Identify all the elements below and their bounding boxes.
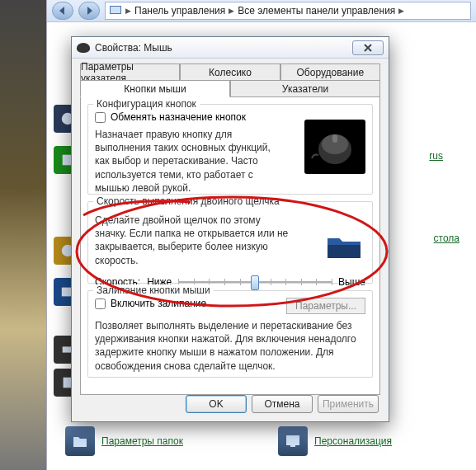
- apply-button: Применить: [318, 395, 379, 413]
- cp-item-label: Персонализация: [314, 435, 392, 447]
- desktop-background: ▶ Панель управления ▶ Все элементы панел…: [0, 0, 476, 470]
- close-button[interactable]: [352, 40, 384, 55]
- folder-test-icon[interactable]: [324, 228, 364, 261]
- tab-panel: Конфигурация кнопок Обменять назначение …: [80, 96, 380, 395]
- tab-row-top: Параметры указателя Колесико Оборудовани…: [80, 63, 380, 96]
- ok-button[interactable]: OK: [186, 395, 247, 413]
- cp-item-personalization[interactable]: Персонализация: [278, 426, 392, 456]
- svg-rect-1: [111, 7, 120, 13]
- dialog-titlebar[interactable]: Свойства: Мышь: [72, 37, 389, 59]
- crumb-2[interactable]: Все элементы панели управления: [238, 5, 395, 16]
- mouse-preview-image: [304, 120, 365, 174]
- click-lock-checkbox[interactable]: Включить залипание: [95, 298, 206, 309]
- nav-back-button[interactable]: [52, 2, 73, 20]
- tab-hardware[interactable]: Оборудование: [280, 63, 380, 81]
- cp-item-label: Параметры папок: [101, 435, 183, 447]
- crumb-1[interactable]: Панель управления: [134, 5, 225, 16]
- slider-high-label: Выше: [338, 276, 365, 288]
- explorer-titlebar: ▶ Панель управления ▶ Все элементы панел…: [47, 0, 476, 22]
- tab-wheel[interactable]: Колесико: [180, 63, 280, 81]
- group-title: Залипание кнопки мыши: [93, 284, 214, 296]
- tab-buttons[interactable]: Кнопки мыши: [80, 80, 230, 97]
- dialog-button-row: OK Отмена Применить: [186, 395, 379, 413]
- group-description: Позволяет выполнять выделение и перетаск…: [95, 319, 365, 373]
- checkbox-label: Включить залипание: [111, 298, 206, 309]
- group-title: Конфигурация кнопок: [93, 98, 200, 110]
- group-description: Сделайте двойной щелчок по этому значку.…: [95, 214, 293, 267]
- tab-pointer-options[interactable]: Параметры указателя: [80, 63, 180, 81]
- svg-rect-11: [332, 134, 337, 143]
- cancel-button[interactable]: Отмена: [252, 395, 313, 413]
- cp-item-label: rus: [429, 150, 443, 162]
- cp-item-label: стола: [434, 233, 460, 244]
- control-panel-icon: [109, 4, 122, 17]
- close-icon: [364, 44, 372, 52]
- folder-icon: [65, 426, 95, 456]
- checkbox-input[interactable]: [95, 112, 106, 123]
- mouse-properties-dialog: Свойства: Мышь Параметры указателя Колес…: [71, 36, 389, 422]
- svg-rect-7: [286, 435, 299, 445]
- cp-item[interactable]: стола: [434, 233, 460, 244]
- slider-thumb[interactable]: [251, 275, 259, 290]
- double-click-group: Скорость выполнения двойного щелчка Сдел…: [87, 201, 373, 284]
- nav-forward-button[interactable]: [78, 2, 100, 20]
- cp-item[interactable]: rus: [429, 150, 443, 162]
- click-lock-group: Залипание кнопки мыши Включить залипание…: [87, 290, 373, 378]
- cp-item-folder-options[interactable]: Параметры папок: [65, 426, 183, 456]
- personalization-icon: [278, 426, 308, 456]
- dialog-title: Свойства: Мышь: [95, 42, 172, 54]
- breadcrumb[interactable]: ▶ Панель управления ▶ Все элементы панел…: [105, 2, 471, 20]
- click-lock-settings-button: Параметры...: [286, 298, 365, 314]
- checkbox-input[interactable]: [95, 298, 106, 309]
- mouse-icon: [77, 43, 90, 53]
- checkbox-label: Обменять назначение кнопок: [111, 111, 246, 123]
- tab-pointers[interactable]: Указатели: [230, 80, 380, 97]
- button-config-group: Конфигурация кнопок Обменять назначение …: [87, 104, 373, 195]
- desktop-left-strip: [0, 0, 46, 470]
- group-description: Назначает правую кнопку для выполнения т…: [95, 128, 285, 195]
- svg-rect-8: [290, 445, 295, 447]
- group-title: Скорость выполнения двойного щелчка: [93, 195, 283, 207]
